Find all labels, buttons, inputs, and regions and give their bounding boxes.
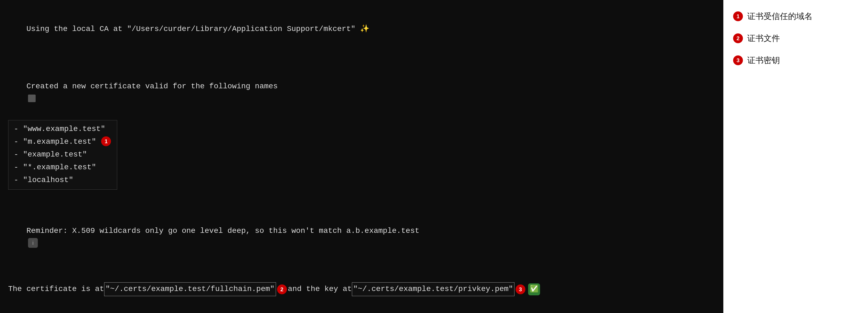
key-path-text: "~/.certs/example.test/privkey.pem" <box>353 285 513 293</box>
terminal-panel: Using the local CA at "/Users/curder/Lib… <box>0 0 723 313</box>
reminder-text: Reminder: X.509 wildcards only go one le… <box>26 227 419 235</box>
domain-list-block: - "www.example.test" - "m.example.test" … <box>8 120 117 189</box>
sidebar-item-2: 2 证书文件 <box>733 33 858 44</box>
cert-path-highlight: "~/.certs/example.test/fullchain.pem" <box>104 282 276 296</box>
sidebar-label-3: 证书密钥 <box>747 55 780 66</box>
badge-2-inline: 2 <box>277 284 287 294</box>
domain-3: "*.example.test" <box>23 163 96 171</box>
terminal-line-1: Using the local CA at "/Users/curder/Lib… <box>8 11 715 47</box>
reminder-line: Reminder: X.509 wildcards only go one le… <box>8 213 715 262</box>
using-ca-text: Using the local CA at "/Users/curder/Lib… <box>26 25 370 33</box>
spacer-2 <box>8 193 715 205</box>
sidebar-item-3: 3 证书密钥 <box>733 55 858 66</box>
checkmark-icon: ✅ <box>528 283 540 295</box>
info-icon: i <box>28 238 38 248</box>
spacer-3 <box>8 262 715 274</box>
sidebar-badge-1: 1 <box>733 11 743 21</box>
sidebar-label-1: 证书受信任的域名 <box>747 11 812 22</box>
badge-1: 1 <box>101 136 111 146</box>
domain-line-1: - "www.example.test" <box>14 123 112 135</box>
sidebar-panel: 1 证书受信任的域名 2 证书文件 3 证书密钥 <box>723 0 868 313</box>
domain-line-5: - "localhost" <box>14 174 112 186</box>
spacer-4 <box>8 297 715 309</box>
badge-3-inline: 3 <box>516 284 525 294</box>
terminal-line-2: Created a new certificate valid for the … <box>8 68 715 117</box>
sidebar-badge-3: 3 <box>733 56 743 65</box>
cert-prefix-text: The certificate is at <box>8 283 104 295</box>
domain-line-4: - "*.example.test" <box>14 162 112 174</box>
domain-1: "m.example.test" <box>23 137 96 146</box>
domain-2: "example.test" <box>23 150 87 159</box>
clipboard-icon <box>28 95 36 102</box>
sidebar-badge-2: 2 <box>733 33 743 43</box>
cert-path-line: The certificate is at "~/.certs/example.… <box>8 282 715 296</box>
sidebar-label-2: 证书文件 <box>747 33 780 44</box>
created-cert-text: Created a new certificate valid for the … <box>26 82 278 91</box>
sidebar-item-1: 1 证书受信任的域名 <box>733 11 858 22</box>
key-path-highlight: "~/.certs/example.test/privkey.pem" <box>352 282 515 296</box>
domain-4: "localhost" <box>23 176 73 184</box>
domain-line-2: - "m.example.test" 1 <box>14 136 112 148</box>
domain-line-3: - "example.test" <box>14 149 112 161</box>
domain-0: "www.example.test" <box>23 125 105 133</box>
cert-middle-text: and the key at <box>288 283 352 295</box>
cert-path-text: "~/.certs/example.test/fullchain.pem" <box>105 285 275 293</box>
spacer-1 <box>8 48 715 60</box>
